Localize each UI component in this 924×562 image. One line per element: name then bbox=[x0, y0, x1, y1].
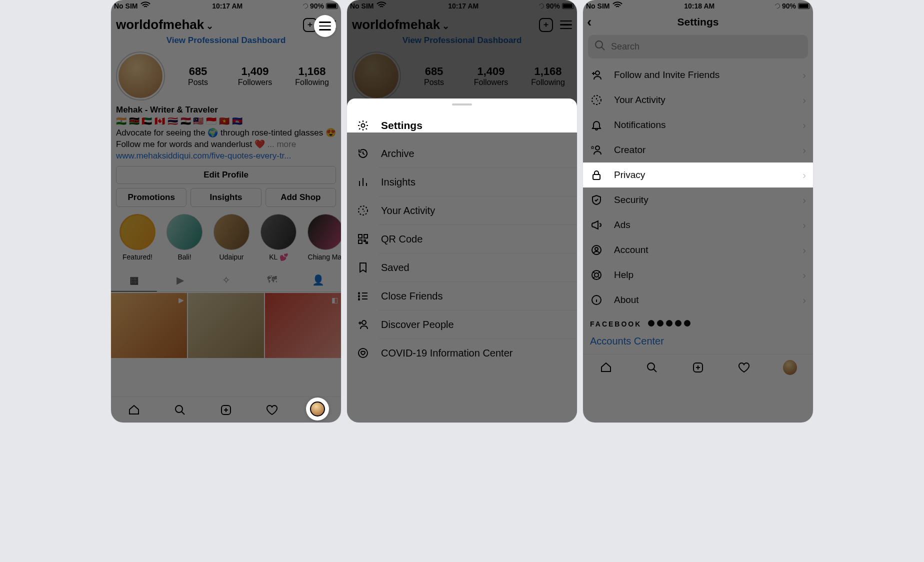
nav-activity[interactable] bbox=[265, 403, 279, 417]
professional-dashboard-link[interactable]: View Professional Dashboard bbox=[111, 34, 341, 50]
settings-row-label: Security bbox=[614, 194, 648, 206]
highlight-item[interactable]: Udaipur bbox=[208, 214, 255, 261]
back-button[interactable]: ‹ bbox=[587, 15, 592, 29]
menu-item-label: Archive bbox=[381, 148, 414, 160]
settings-row-security[interactable]: Security › bbox=[583, 188, 813, 212]
settings-row-notifications[interactable]: Notifications › bbox=[583, 112, 813, 138]
status-time: 10:17 AM bbox=[448, 2, 478, 10]
insights-button[interactable]: Insights bbox=[190, 188, 261, 207]
stat-following[interactable]: 1,168 Following bbox=[524, 65, 572, 87]
nav-activity[interactable] bbox=[737, 360, 751, 374]
dnd-icon bbox=[302, 2, 309, 10]
chevron-right-icon: › bbox=[802, 194, 806, 206]
chevron-down-icon bbox=[442, 17, 450, 32]
person-plus-icon bbox=[356, 318, 370, 330]
settings-row-label: Your Activity bbox=[614, 94, 666, 106]
nav-home[interactable] bbox=[127, 403, 141, 417]
sheet-grab-handle[interactable] bbox=[452, 104, 472, 106]
settings-row-ads[interactable]: Ads › bbox=[583, 212, 813, 238]
nav-home[interactable] bbox=[599, 360, 613, 374]
menu-item-your-activity[interactable]: Your Activity bbox=[347, 196, 577, 224]
menu-item-covid[interactable]: COVID-19 Information Center bbox=[347, 339, 577, 367]
tab-guides[interactable]: 🗺 bbox=[249, 269, 295, 292]
settings-row-about[interactable]: About › bbox=[583, 288, 813, 312]
nav-profile[interactable] bbox=[783, 360, 797, 374]
settings-row-help[interactable]: Help › bbox=[583, 262, 813, 288]
menu-item-insights[interactable]: Insights bbox=[347, 168, 577, 196]
bio-more[interactable]: ... more bbox=[268, 140, 296, 149]
nav-search[interactable] bbox=[645, 360, 659, 374]
tab-grid[interactable]: ▦ bbox=[111, 269, 157, 292]
menu-item-qr-code[interactable]: QR Code bbox=[347, 225, 577, 253]
wifi-icon bbox=[140, 0, 152, 13]
highlight-item[interactable]: Chiang Mai bbox=[302, 214, 341, 261]
stat-posts[interactable]: 685 Posts bbox=[174, 65, 222, 87]
nav-search[interactable] bbox=[173, 403, 187, 417]
post-tile[interactable]: ◧ bbox=[265, 293, 341, 358]
settings-row-account[interactable]: Account › bbox=[583, 238, 813, 262]
tab-tagged[interactable]: 👤 bbox=[295, 269, 341, 292]
profile-avatar[interactable] bbox=[352, 52, 401, 100]
highlight-item[interactable]: KL 💕 bbox=[255, 214, 302, 261]
menu-item-label: Insights bbox=[381, 176, 416, 188]
edit-profile-button[interactable]: Edit Profile bbox=[116, 166, 336, 184]
post-tile[interactable]: ▶ bbox=[111, 293, 187, 358]
svg-point-0 bbox=[176, 406, 182, 412]
menu-item-label: Close Friends bbox=[381, 290, 442, 302]
new-post-button[interactable]: ＋ bbox=[539, 18, 553, 32]
menu-button-highlighted[interactable] bbox=[314, 15, 336, 37]
svg-point-19 bbox=[648, 363, 654, 370]
settings-row-privacy[interactable]: Privacy › bbox=[583, 162, 813, 188]
add-shop-button[interactable]: Add Shop bbox=[266, 188, 336, 207]
stat-followers[interactable]: 1,409 Followers bbox=[231, 65, 279, 87]
profile-stats: 685 Posts 1,409 Followers 1,168 Followin… bbox=[347, 50, 577, 104]
status-time: 10:18 AM bbox=[684, 2, 714, 10]
profile-avatar[interactable] bbox=[116, 52, 165, 100]
menu-item-label: Saved bbox=[381, 262, 410, 274]
stat-following[interactable]: 1,168 Following bbox=[288, 65, 336, 87]
battery-percent: 90% bbox=[310, 2, 324, 10]
nav-new-post[interactable] bbox=[691, 360, 705, 374]
bio-link[interactable]: www.mehaksiddiqui.com/five-quotes-every-… bbox=[116, 150, 336, 162]
settings-search[interactable]: Search bbox=[588, 35, 808, 58]
stat-posts[interactable]: 685 Posts bbox=[410, 65, 458, 87]
menu-item-archive[interactable]: Archive bbox=[347, 140, 577, 168]
highlights-row: Featured! Bali! Udaipur KL 💕 Chiang Mai bbox=[111, 207, 341, 264]
username-dropdown[interactable]: worldofmehak bbox=[116, 17, 214, 32]
svg-point-12 bbox=[596, 146, 600, 150]
nav-profile-highlighted[interactable] bbox=[306, 398, 329, 420]
activity-icon bbox=[590, 94, 603, 106]
screen-profile: No SIM 10:17 AM 90% worldofmehak ＋ bbox=[111, 0, 341, 422]
settings-row-your-activity[interactable]: Your Activity › bbox=[583, 88, 813, 112]
post-tile[interactable] bbox=[188, 293, 264, 358]
professional-dashboard-link[interactable]: View Professional Dashboard bbox=[347, 34, 577, 50]
menu-item-settings[interactable]: Settings bbox=[347, 112, 577, 140]
nav-new-post[interactable] bbox=[219, 403, 233, 417]
person-plus-icon bbox=[590, 69, 603, 81]
stat-followers[interactable]: 1,409 Followers bbox=[467, 65, 515, 87]
settings-header: ‹ Settings bbox=[583, 12, 813, 32]
menu-item-close-friends[interactable]: Close Friends bbox=[347, 282, 577, 310]
chevron-right-icon: › bbox=[802, 170, 806, 181]
highlight-item[interactable]: Featured! bbox=[114, 214, 161, 261]
promotions-button[interactable]: Promotions bbox=[116, 188, 186, 207]
bottom-nav bbox=[583, 354, 813, 380]
page-title: Settings bbox=[678, 16, 719, 28]
carrier-label: No SIM bbox=[114, 2, 138, 10]
tab-reels[interactable]: ▶ bbox=[157, 269, 203, 292]
menu-button[interactable] bbox=[560, 20, 572, 30]
menu-item-discover-people[interactable]: Discover People bbox=[347, 310, 577, 338]
settings-list: Follow and Invite Friends › Your Activit… bbox=[583, 62, 813, 312]
bookmark-icon bbox=[356, 262, 370, 274]
wifi-icon bbox=[376, 0, 388, 13]
username-dropdown[interactable]: worldofmehak bbox=[352, 17, 450, 32]
menu-item-saved[interactable]: Saved bbox=[347, 254, 577, 282]
svg-point-11 bbox=[592, 96, 601, 104]
battery-percent: 90% bbox=[782, 2, 796, 10]
tab-igtv[interactable]: ✧ bbox=[203, 269, 249, 292]
highlight-item[interactable]: Bali! bbox=[161, 214, 208, 261]
settings-row-follow-invite[interactable]: Follow and Invite Friends › bbox=[583, 62, 813, 88]
info-icon bbox=[590, 294, 603, 306]
settings-row-creator[interactable]: Creator › bbox=[583, 138, 813, 162]
accounts-center-link[interactable]: Accounts Center bbox=[590, 336, 806, 347]
